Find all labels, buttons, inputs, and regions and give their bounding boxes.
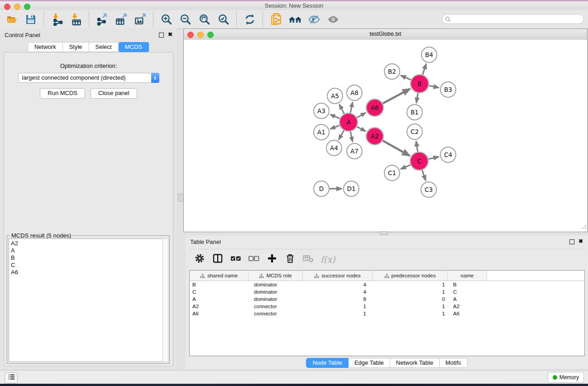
cell-predecessor[interactable]: 1 [373,303,448,310]
cell-predecessor[interactable]: 1 [373,288,448,295]
result-item[interactable]: A6 [11,269,161,276]
apply-layout-button[interactable] [242,12,258,27]
cell-predecessor[interactable]: 0 [373,295,448,303]
memory-button[interactable]: Memory [548,372,584,383]
column-header-shared-name[interactable]: shared name [190,271,249,281]
export-network-button[interactable] [94,12,110,27]
table-row[interactable]: Cdominator41C [190,288,584,295]
cell-predecessor[interactable]: 1 [373,281,448,288]
edge-A2-C[interactable] [382,141,410,156]
edge-B-B2[interactable] [401,75,411,80]
split-panel-button[interactable] [211,253,225,266]
criterion-dropdown[interactable]: largest connected component (directed) ▲… [18,73,159,83]
table-settings-button[interactable] [193,253,206,266]
table-row[interactable]: Adominator80A [190,295,584,303]
zoom-fit-button[interactable] [196,12,213,27]
edge-A-A5[interactable] [339,105,344,114]
delete-table-button[interactable] [301,253,315,266]
cell-name[interactable]: A2 [448,303,487,310]
function-builder-button[interactable]: f(x) [320,254,335,264]
edge-A-A7[interactable] [350,132,353,142]
edge-A6-B[interactable] [383,89,410,103]
tab-network[interactable]: Network [28,42,63,52]
export-table-button[interactable] [113,12,129,27]
edge-A-A3[interactable] [330,114,339,119]
tab-motifs[interactable]: Motifs [440,358,468,368]
cell-predecessor[interactable]: 1 [373,310,448,317]
edge-A-A1[interactable] [330,125,340,129]
result-item[interactable]: B [11,254,161,262]
cell-shared_name[interactable]: C [190,288,249,295]
cell-name[interactable]: A6 [448,310,487,317]
tab-select[interactable]: Select [89,42,119,52]
cell-successor[interactable]: 4 [303,288,373,295]
network-canvas[interactable]: AA1A2A3A4A5A6A7A8BB1B2B3B4CC1C2C3C4DD1 [184,40,587,232]
float-panel-icon[interactable] [159,33,164,38]
close-panel-button[interactable]: Close panel [91,88,137,99]
close-panel-icon[interactable]: ✖ [578,238,583,244]
zoom-selected-button[interactable] [215,12,232,27]
search-input[interactable] [442,14,584,24]
edge-A-A2[interactable] [357,127,366,131]
show-all-columns-button[interactable] [229,253,243,266]
result-item[interactable]: A2 [11,240,161,247]
resize-grip-icon[interactable] [581,223,587,231]
edge-B-B1[interactable] [416,93,418,103]
table-row[interactable]: A2connector11A2 [190,303,584,310]
network-window-titlebar[interactable]: testGlobe.txt [184,29,587,40]
edge-B-B3[interactable] [429,86,439,88]
result-item[interactable]: A [11,247,161,254]
cell-successor[interactable]: 8 [303,295,373,303]
create-new-column-button[interactable] [265,253,279,266]
table-row[interactable]: Bdominator41B [190,281,584,288]
cell-name[interactable]: A [448,295,487,303]
cell-successor[interactable]: 1 [303,303,373,310]
cell-successor[interactable]: 1 [303,310,373,317]
new-network-from-file-button[interactable] [268,12,284,27]
tab-node-table[interactable]: Node Table [306,358,349,368]
cell-mcds_role[interactable]: dominator [249,281,303,288]
cell-mcds_role[interactable]: dominator [249,295,303,303]
cell-shared_name[interactable]: A2 [190,303,249,310]
show-graphics-details-button[interactable] [325,12,341,27]
tab-edge-table[interactable]: Edge Table [349,358,390,368]
import-network-button[interactable] [49,12,65,27]
tab-style[interactable]: Style [63,42,89,52]
float-panel-icon[interactable] [569,239,574,244]
open-session-button[interactable] [4,12,20,27]
delete-columns-button[interactable] [283,253,297,266]
tab-network-table[interactable]: Network Table [390,358,440,368]
close-panel-icon[interactable]: ✖ [168,31,172,38]
cell-shared_name[interactable]: B [190,281,249,288]
edge-A-A4[interactable] [339,130,344,139]
show-panels-button[interactable] [5,372,18,383]
column-header-predecessor-nodes[interactable]: predecessor nodes [373,271,448,281]
run-mcds-button[interactable]: Run MCDS [40,88,85,99]
mcds-result-list[interactable]: A2ABCA6 [9,238,163,362]
edge-C-C4[interactable] [429,157,439,159]
edge-A-A8[interactable] [350,102,353,113]
cell-shared_name[interactable]: A [190,295,249,303]
hide-all-columns-button[interactable] [247,253,261,266]
save-session-button[interactable] [23,12,39,27]
cell-shared_name[interactable]: A6 [190,310,249,317]
cell-name[interactable]: B [448,281,487,288]
cell-mcds_role[interactable]: connector [249,303,303,310]
hide-graphics-details-button[interactable] [306,12,322,27]
result-scrollbar[interactable] [163,238,168,362]
tab-mcds[interactable]: MCDS [119,42,149,52]
cell-successor[interactable]: 4 [303,281,373,288]
edge-C-C1[interactable] [401,165,410,169]
export-image-button[interactable] [132,12,148,27]
table-row[interactable]: A6connector11A6 [190,310,584,317]
import-table-button[interactable] [68,12,84,27]
edge-A-A6[interactable] [357,113,365,118]
cell-name[interactable]: C [448,288,487,295]
column-header-name[interactable]: name [448,271,487,281]
zoom-out-button[interactable] [177,12,194,27]
home-button[interactable] [287,12,303,27]
cell-mcds_role[interactable]: connector [249,310,303,317]
column-header-successor-nodes[interactable]: successor nodes [303,271,373,281]
edge-B-B4[interactable] [423,64,426,75]
zoom-in-button[interactable] [158,12,175,27]
